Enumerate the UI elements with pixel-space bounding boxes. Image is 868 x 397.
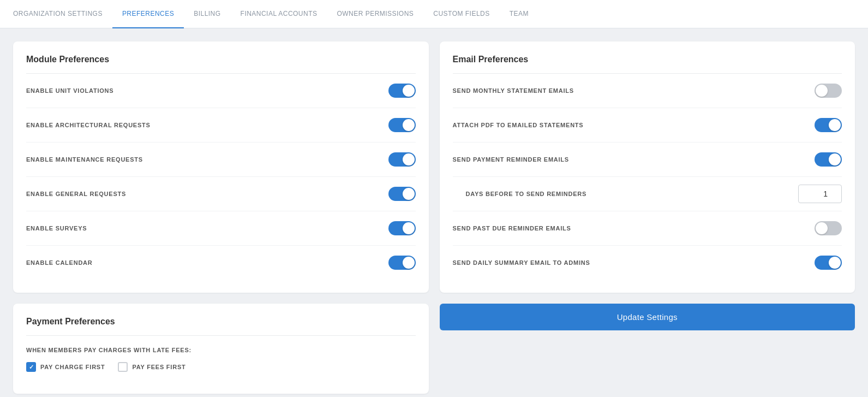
- toggle-surveys[interactable]: [388, 221, 416, 235]
- toggle-label-general-requests: ENABLE GENERAL REQUESTS: [26, 191, 126, 197]
- nav-preferences[interactable]: PREFERENCES: [112, 0, 184, 28]
- toggle-unit-violations[interactable]: [388, 84, 416, 98]
- toggle-general-requests[interactable]: [388, 187, 416, 201]
- days-before-label: DAYS BEFORE TO SEND REMINDERS: [466, 191, 587, 197]
- pay-fees-first-checkbox[interactable]: [118, 362, 128, 372]
- toggle-calendar[interactable]: [388, 256, 416, 270]
- toggle-row-daily-summary: SEND DAILY SUMMARY EMAIL TO ADMINS: [453, 246, 842, 280]
- toggle-daily-summary[interactable]: [815, 256, 842, 270]
- toggle-label-daily-summary: SEND DAILY SUMMARY EMAIL TO ADMINS: [453, 259, 590, 266]
- toggle-label-unit-violations: ENABLE UNIT VIOLATIONS: [26, 87, 113, 94]
- nav-owner-permissions[interactable]: OWNER PERMISSIONS: [327, 0, 423, 28]
- toggle-label-calendar: ENABLE CALENDAR: [26, 259, 93, 266]
- top-nav: ORGANIZATION SETTINGS PREFERENCES BILLIN…: [0, 0, 868, 28]
- module-preferences-card: Module Preferences ENABLE UNIT VIOLATION…: [13, 42, 429, 293]
- toggle-row-attach-pdf: ATTACH PDF TO EMAILED STATEMENTS: [453, 108, 842, 143]
- nav-team[interactable]: TEAM: [500, 0, 538, 28]
- toggle-maintenance-requests[interactable]: [388, 152, 416, 167]
- toggle-label-monthly-statement: SEND MONTHLY STATEMENT EMAILS: [453, 87, 574, 94]
- right-column: Email Preferences SEND MONTHLY STATEMENT…: [440, 42, 855, 394]
- toggle-row-maintenance-requests: ENABLE MAINTENANCE REQUESTS: [26, 143, 416, 177]
- pay-charge-first-checkbox[interactable]: [26, 362, 36, 372]
- toggle-row-general-requests: ENABLE GENERAL REQUESTS: [26, 177, 416, 211]
- payment-preferences-title: Payment Preferences: [26, 317, 416, 327]
- toggle-payment-reminder[interactable]: [815, 152, 842, 167]
- update-settings-button[interactable]: Update Settings: [440, 304, 855, 330]
- email-preferences-title: Email Preferences: [453, 55, 842, 64]
- toggle-label-attach-pdf: ATTACH PDF TO EMAILED STATEMENTS: [453, 122, 584, 128]
- pay-fees-first-label: PAY FEES FIRST: [132, 364, 185, 370]
- checkbox-row: PAY CHARGE FIRST PAY FEES FIRST: [26, 362, 416, 381]
- toggle-row-payment-reminder: SEND PAYMENT REMINDER EMAILS: [453, 143, 842, 177]
- days-before-row: DAYS BEFORE TO SEND REMINDERS: [453, 177, 842, 211]
- toggle-past-due[interactable]: [815, 221, 842, 235]
- toggle-attach-pdf[interactable]: [815, 118, 842, 132]
- toggle-row-unit-violations: ENABLE UNIT VIOLATIONS: [26, 74, 416, 108]
- toggle-label-surveys: ENABLE SURVEYS: [26, 225, 87, 232]
- module-preferences-title: Module Preferences: [26, 55, 416, 64]
- toggle-label-payment-reminder: SEND PAYMENT REMINDER EMAILS: [453, 156, 569, 163]
- days-before-input[interactable]: [798, 185, 842, 203]
- nav-custom-fields[interactable]: CUSTOM FIELDS: [423, 0, 499, 28]
- toggle-label-architectural-requests: ENABLE ARCHITECTURAL REQUESTS: [26, 122, 151, 128]
- left-column: Module Preferences ENABLE UNIT VIOLATION…: [13, 42, 429, 394]
- payment-section-label: WHEN MEMBERS PAY CHARGES WITH LATE FEES:: [26, 336, 416, 362]
- toggle-row-surveys: ENABLE SURVEYS: [26, 211, 416, 246]
- toggle-label-maintenance-requests: ENABLE MAINTENANCE REQUESTS: [26, 156, 143, 163]
- nav-org-settings[interactable]: ORGANIZATION SETTINGS: [13, 0, 112, 28]
- toggle-row-monthly-statement: SEND MONTHLY STATEMENT EMAILS: [453, 74, 842, 108]
- toggle-row-calendar: ENABLE CALENDAR: [26, 246, 416, 280]
- pay-charge-first-label: PAY CHARGE FIRST: [40, 364, 105, 370]
- nav-billing[interactable]: BILLING: [184, 0, 230, 28]
- toggle-row-past-due: SEND PAST DUE REMINDER EMAILS: [453, 211, 842, 246]
- toggle-label-past-due: SEND PAST DUE REMINDER EMAILS: [453, 225, 571, 232]
- toggle-architectural-requests[interactable]: [388, 118, 416, 132]
- payment-preferences-card: Payment Preferences WHEN MEMBERS PAY CHA…: [13, 304, 429, 394]
- pay-fees-first-option[interactable]: PAY FEES FIRST: [118, 362, 185, 372]
- bottom-right-area: Update Settings: [440, 304, 855, 330]
- main-content: Module Preferences ENABLE UNIT VIOLATION…: [0, 28, 868, 397]
- toggle-row-architectural-requests: ENABLE ARCHITECTURAL REQUESTS: [26, 108, 416, 143]
- nav-financial-accounts[interactable]: FINANCIAL ACCOUNTS: [231, 0, 327, 28]
- email-preferences-card: Email Preferences SEND MONTHLY STATEMENT…: [440, 42, 855, 293]
- pay-charge-first-option[interactable]: PAY CHARGE FIRST: [26, 362, 105, 372]
- toggle-monthly-statement[interactable]: [815, 84, 842, 98]
